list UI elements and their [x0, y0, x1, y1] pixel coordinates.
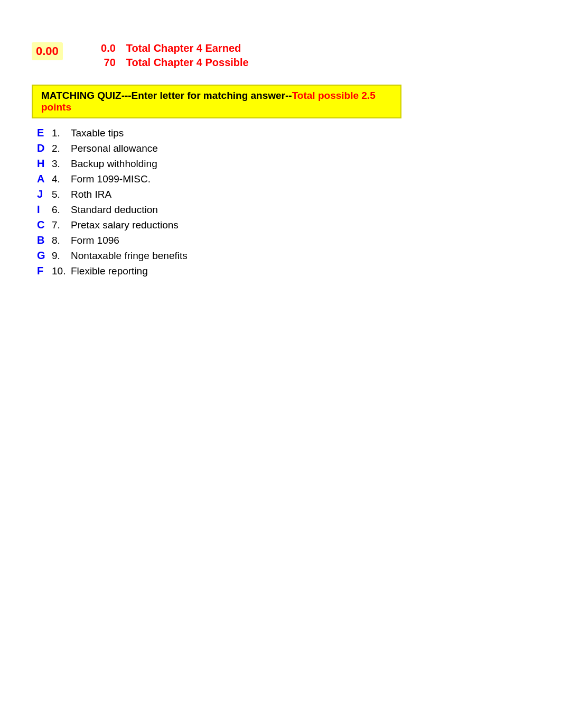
- quiz-item: C 7. Pretax salary reductions: [37, 219, 529, 231]
- answer-letter: A: [37, 173, 52, 185]
- chapter-earned-row: 0.0 Total Chapter 4 Earned: [95, 42, 249, 54]
- chapter-scores: 0.0 Total Chapter 4 Earned 70 Total Chap…: [95, 42, 249, 69]
- answer-letter: G: [37, 250, 52, 262]
- item-text: Personal allowance: [71, 143, 158, 154]
- total-score: 0.00: [32, 42, 63, 60]
- quiz-header-text: MATCHING QUIZ---Enter letter for matchin…: [41, 90, 292, 101]
- score-section: 0.00 0.0 Total Chapter 4 Earned 70 Total…: [32, 42, 529, 69]
- quiz-item: F 10. Flexible reporting: [37, 265, 529, 277]
- item-text: Taxable tips: [71, 127, 124, 139]
- quiz-item: H 3. Backup withholding: [37, 158, 529, 170]
- answer-letter: F: [37, 265, 52, 277]
- answer-letter: C: [37, 219, 52, 231]
- item-text: Pretax salary reductions: [71, 219, 179, 231]
- item-number: 2.: [52, 143, 71, 154]
- answer-letter: H: [37, 158, 52, 170]
- item-number: 1.: [52, 127, 71, 139]
- item-text: Backup withholding: [71, 158, 157, 170]
- chapter-possible-row: 70 Total Chapter 4 Possible: [95, 57, 249, 69]
- quiz-item: E 1. Taxable tips: [37, 127, 529, 139]
- item-number: 5.: [52, 189, 71, 200]
- item-text: Form 1096: [71, 235, 119, 246]
- chapter-earned-value: 0.0: [95, 42, 116, 54]
- chapter-possible-label: Total Chapter 4 Possible: [126, 57, 249, 69]
- item-number: 3.: [52, 158, 71, 170]
- item-number: 9.: [52, 250, 71, 262]
- answer-letter: J: [37, 188, 52, 200]
- quiz-item: G 9. Nontaxable fringe benefits: [37, 250, 529, 262]
- item-text: Flexible reporting: [71, 265, 148, 277]
- answer-letter: D: [37, 142, 52, 154]
- chapter-earned-label: Total Chapter 4 Earned: [126, 42, 241, 54]
- item-number: 7.: [52, 219, 71, 231]
- answer-letter: E: [37, 127, 52, 139]
- quiz-item: A 4. Form 1099-MISC.: [37, 173, 529, 185]
- item-number: 6.: [52, 204, 71, 216]
- item-text: Form 1099-MISC.: [71, 173, 151, 185]
- item-text: Roth IRA: [71, 189, 111, 200]
- item-number: 10.: [52, 265, 71, 277]
- quiz-item: I 6. Standard deduction: [37, 204, 529, 216]
- quiz-header: MATCHING QUIZ---Enter letter for matchin…: [32, 85, 401, 118]
- chapter-possible-value: 70: [95, 57, 116, 69]
- item-text: Nontaxable fringe benefits: [71, 250, 188, 262]
- quiz-item: B 8. Form 1096: [37, 234, 529, 246]
- quiz-items-list: E 1. Taxable tips D 2. Personal allowanc…: [32, 127, 529, 277]
- item-number: 8.: [52, 235, 71, 246]
- quiz-item: D 2. Personal allowance: [37, 142, 529, 154]
- item-number: 4.: [52, 173, 71, 185]
- item-text: Standard deduction: [71, 204, 158, 216]
- answer-letter: I: [37, 204, 52, 216]
- quiz-item: J 5. Roth IRA: [37, 188, 529, 200]
- answer-letter: B: [37, 234, 52, 246]
